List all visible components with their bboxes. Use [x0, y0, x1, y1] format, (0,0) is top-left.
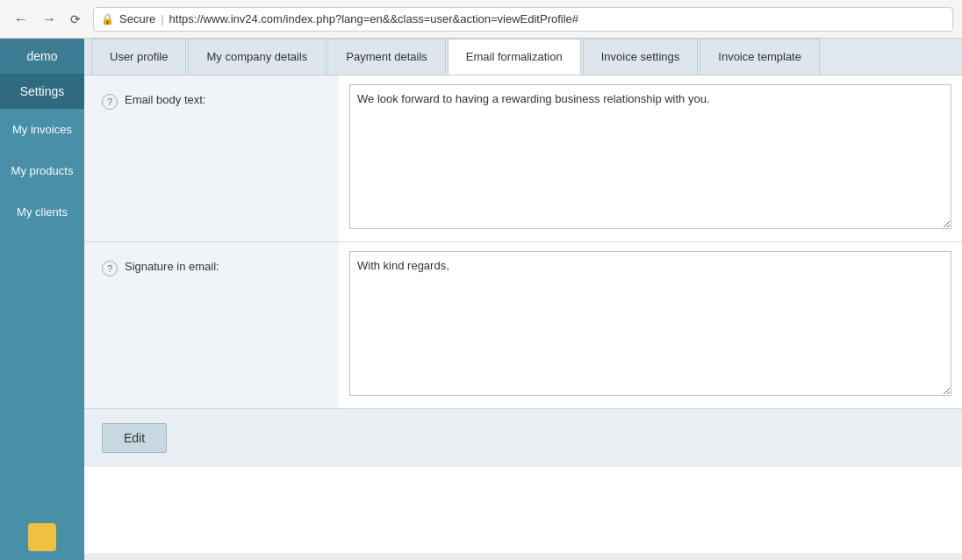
- email-body-label: Email body text:: [125, 93, 206, 106]
- email-body-field-col: [339, 75, 962, 241]
- edit-button[interactable]: Edit: [102, 423, 167, 453]
- sidebar-item-settings[interactable]: Settings: [0, 74, 84, 109]
- signature-textarea[interactable]: [349, 251, 951, 396]
- edit-row: Edit: [84, 409, 962, 467]
- url-separator: |: [161, 12, 163, 25]
- signature-row: ? Signature in email:: [84, 242, 962, 409]
- tab-email-formalization[interactable]: Email formalization: [448, 39, 581, 75]
- tabs-bar: User profile My company details Payment …: [84, 39, 962, 75]
- signature-label: Signature in email:: [125, 260, 219, 273]
- main-content: User profile My company details Payment …: [84, 39, 962, 560]
- form-container: ? Email body text: ? Signature in email:: [84, 75, 962, 467]
- secure-label: Secure: [119, 12, 155, 25]
- sidebar: demo Settings My invoices My products My…: [0, 39, 84, 560]
- secure-lock-icon: 🔒: [101, 13, 114, 25]
- yellow-icon: [28, 523, 56, 551]
- nav-buttons: ← → ⟳: [9, 10, 86, 29]
- tab-user-profile[interactable]: User profile: [91, 39, 186, 75]
- app-container: demo Settings My invoices My products My…: [0, 39, 962, 560]
- forward-button[interactable]: →: [37, 10, 61, 29]
- sidebar-item-demo[interactable]: demo: [0, 39, 84, 74]
- email-body-textarea[interactable]: [349, 84, 951, 229]
- email-body-help-icon[interactable]: ?: [102, 94, 118, 110]
- tab-company-details[interactable]: My company details: [188, 39, 326, 75]
- sidebar-item-my-clients[interactable]: My clients: [0, 191, 84, 233]
- back-button[interactable]: ←: [9, 10, 33, 29]
- address-bar[interactable]: 🔒 Secure | https://www.inv24.com/index.p…: [93, 7, 953, 32]
- sidebar-bottom: [0, 514, 84, 560]
- browser-bar: ← → ⟳ 🔒 Secure | https://www.inv24.com/i…: [0, 0, 962, 39]
- signature-label-col: ? Signature in email:: [84, 242, 339, 408]
- tab-invoice-template[interactable]: Invoice template: [700, 39, 820, 75]
- content-area: ? Email body text: ? Signature in email:: [84, 75, 962, 553]
- tab-payment-details[interactable]: Payment details: [327, 39, 446, 75]
- url-text: https://www.inv24.com/index.php?lang=en&…: [169, 12, 578, 25]
- email-body-row: ? Email body text:: [84, 75, 962, 242]
- sidebar-item-my-invoices[interactable]: My invoices: [0, 109, 84, 150]
- signature-help-icon[interactable]: ?: [102, 261, 118, 276]
- refresh-button[interactable]: ⟳: [65, 10, 86, 29]
- tab-invoice-settings[interactable]: Invoice settings: [583, 39, 699, 75]
- sidebar-item-my-products[interactable]: My products: [0, 150, 84, 191]
- signature-field-col: [339, 242, 962, 408]
- email-body-label-col: ? Email body text:: [84, 75, 339, 241]
